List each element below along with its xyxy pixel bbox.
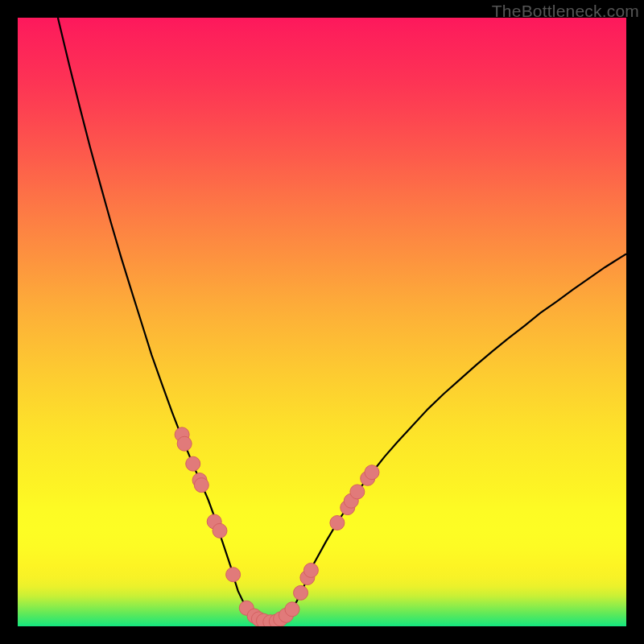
data-marker bbox=[330, 515, 345, 530]
data-marker bbox=[294, 585, 308, 600]
chart-frame: TheBottleneck.com bbox=[0, 0, 644, 644]
data-marker bbox=[285, 602, 299, 617]
data-marker bbox=[365, 465, 379, 480]
attribution-label: TheBottleneck.com bbox=[492, 2, 639, 21]
data-marker bbox=[177, 436, 192, 451]
data-marker bbox=[186, 456, 200, 471]
chart-svg bbox=[18, 18, 626, 626]
plot-area bbox=[18, 18, 626, 626]
data-marker bbox=[194, 478, 208, 493]
data-marker bbox=[226, 568, 241, 582]
data-marker bbox=[303, 563, 318, 577]
data-marker bbox=[213, 523, 227, 538]
data-marker bbox=[350, 485, 365, 499]
markers-group bbox=[175, 427, 379, 626]
curve-line bbox=[58, 18, 626, 622]
